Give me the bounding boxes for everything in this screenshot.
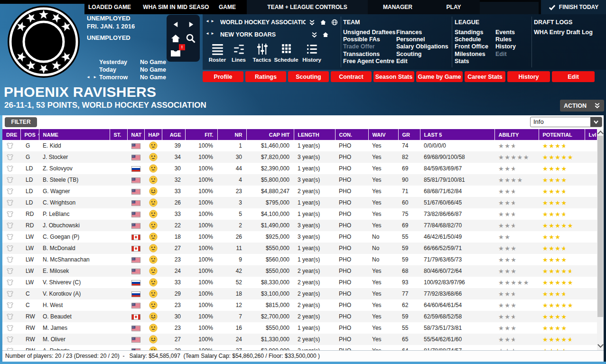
player-tab-history[interactable]: History: [507, 71, 550, 82]
roster-button[interactable]: Roster: [205, 43, 229, 63]
player-row[interactable]: RWM. James23100%16$550,0001 year(s)PHOYe…: [2, 322, 597, 334]
player-tab-season-stats[interactable]: Season Stats: [373, 71, 414, 82]
view-select[interactable]: Info: [530, 117, 602, 127]
player-row[interactable]: LWV. Shiverev (C)33100%52$8,330,0002 yea…: [2, 277, 597, 288]
scrollbar-thumb[interactable]: [597, 136, 603, 317]
column-header-length[interactable]: LENGTH: [294, 129, 335, 140]
search-icon[interactable]: [185, 32, 197, 45]
chevron-double-down-icon[interactable]: [308, 19, 316, 26]
tab-game[interactable]: GAME: [205, 0, 250, 14]
menu-item-edit[interactable]: Edit: [396, 58, 448, 65]
menu-item-events[interactable]: Events: [495, 29, 516, 36]
player-tab-edit[interactable]: Edit: [552, 71, 595, 82]
player-row[interactable]: RWM. Oliver27100%24$1,330,0002 year(s)PH…: [2, 334, 597, 345]
menu-item-transactions[interactable]: Transactions: [343, 51, 396, 58]
column-header-lvl[interactable]: Lvl: [585, 129, 597, 140]
column-header-age[interactable]: AGE: [162, 129, 185, 140]
tab-manager[interactable]: MANAGER: [368, 0, 428, 14]
team-record-subtitle: 26-11-1, 53 POINTS, WORLD HOCKEY ASSOCIA…: [4, 101, 206, 110]
team-selector-name[interactable]: NEW YORK BOARS: [220, 30, 306, 39]
player-row[interactable]: RWA. Roberts28100%27$2,900,0002 year(s)P…: [2, 345, 597, 350]
cell-contract-team: PHO: [335, 151, 368, 163]
menu-item-standings[interactable]: Standings: [455, 29, 495, 36]
action-button[interactable]: ACTION: [560, 100, 604, 112]
player-row[interactable]: LWB. McDonald27100%11$550,0001 year(s)PH…: [2, 243, 597, 254]
player-tab-profile[interactable]: Profile: [203, 71, 243, 82]
menu-item-salary-obligations[interactable]: Salary Obligations: [396, 43, 448, 50]
schedule-prev-next-arrows[interactable]: ◄ ►: [86, 74, 98, 81]
finish-today-button[interactable]: FINISH TODAY: [541, 0, 606, 14]
cell-icon: [127, 288, 144, 299]
player-row[interactable]: LDZ. Solovyov30100%44$2,390,0001 year(s)…: [2, 163, 597, 174]
vertical-scrollbar[interactable]: [597, 129, 604, 350]
player-row[interactable]: LWE. Milosek24100%42$550,0002 year(s)PHO…: [2, 265, 597, 277]
menu-item-wha-entry-draft-log[interactable]: WHA Entry Draft Log: [534, 29, 593, 36]
player-row[interactable]: GJ. Stocker34100%30$7,820,0003 year(s)PH…: [2, 151, 597, 163]
player-row[interactable]: RDJ. Obuchowski22100%2$1,490,0003 year(s…: [2, 220, 597, 231]
column-header-pos[interactable]: POS▲: [20, 129, 39, 140]
menu-item-finances[interactable]: Finances: [396, 29, 448, 36]
menu-item-unsigned-draftees[interactable]: Unsigned Draftees: [343, 29, 396, 36]
column-header-potential[interactable]: POTENTIAL: [539, 129, 585, 140]
column-header-waiv[interactable]: WAIV: [368, 129, 398, 140]
menu-item-personnel[interactable]: Personnel: [396, 36, 448, 43]
home-icon[interactable]: [169, 32, 182, 45]
forward-icon[interactable]: [185, 18, 197, 30]
column-header-ability[interactable]: ABILITY: [494, 129, 539, 140]
globe-icon[interactable]: [331, 19, 338, 26]
schedule-button[interactable]: Schedule: [272, 43, 300, 63]
player-row[interactable]: RWO. Beaudet30100%7$2,700,0002 year(s)PH…: [2, 311, 597, 322]
menu-item-stats[interactable]: Stats: [455, 58, 495, 65]
menu-item-front-office[interactable]: Front Office: [455, 43, 495, 50]
filter-button[interactable]: FILTER: [5, 117, 37, 127]
tab-team-league-controls[interactable]: TEAM + LEAGUE CONTROLS: [247, 0, 368, 14]
column-header-cap-hit[interactable]: CAP HIT: [246, 129, 294, 140]
player-tab-contract[interactable]: Contract: [331, 71, 372, 82]
menu-item-milestones[interactable]: Milestones: [455, 51, 495, 58]
column-header-nat[interactable]: NAT: [127, 129, 144, 140]
column-header-last-5[interactable]: LAST 5: [420, 129, 494, 140]
column-header-st[interactable]: ST.: [110, 129, 127, 140]
inbox-icon[interactable]: !: [169, 47, 182, 59]
home-icon[interactable]: [319, 19, 327, 26]
player-row[interactable]: RDP. LeBlanc33100%5$4,100,0001 year(s)PH…: [2, 208, 597, 220]
column-header-nr[interactable]: NR: [217, 129, 246, 140]
player-row[interactable]: LWN. McShannachan23100%9$560,0001 year(s…: [2, 254, 597, 265]
player-row[interactable]: LDC. Wrightson26100%3$795,0001 year(s)PH…: [2, 197, 597, 208]
column-header-name[interactable]: NAME: [39, 129, 110, 140]
menu-item-possible-fas[interactable]: Possible FAs: [343, 36, 396, 43]
league-prev-next-arrows[interactable]: ◄►: [205, 19, 216, 23]
player-tab-career-stats[interactable]: Career Stats: [465, 71, 505, 82]
column-header-hap[interactable]: HAP: [144, 129, 162, 140]
tab-play[interactable]: PLAY: [428, 0, 480, 14]
column-header-dre[interactable]: DRE: [2, 129, 20, 140]
column-header-gr[interactable]: GR: [398, 129, 420, 140]
player-row[interactable]: CV. Korotkov (A)29100%18$3,100,0002 year…: [2, 288, 597, 299]
player-row[interactable]: LWC. Goegan (P)18100%26$925,0003 year(s)…: [2, 231, 597, 243]
player-tab-scouting[interactable]: Scouting: [288, 71, 329, 82]
player-tab-ratings[interactable]: Ratings: [245, 71, 286, 82]
player-row[interactable]: GE. Kidd39100%1$1,460,0001 year(s)PHOYes…: [2, 140, 597, 151]
history-button[interactable]: History: [300, 43, 324, 63]
flag-us-icon: [131, 212, 140, 217]
menu-item-scouting[interactable]: Scouting: [396, 51, 448, 58]
player-tab-game-by-game[interactable]: Game by Game: [416, 71, 463, 82]
tactics-button[interactable]: Tactics: [251, 43, 273, 63]
league-name[interactable]: WORLD HOCKEY ASSOCIATION: [220, 18, 306, 27]
scroll-down-icon[interactable]: [597, 342, 604, 348]
menu-item-free-agent-centre[interactable]: Free Agent Centre: [343, 58, 396, 65]
player-row[interactable]: LDB. Steele (TB)32100%4$5,800,0003 year(…: [2, 174, 597, 186]
column-header-con[interactable]: CON.: [335, 129, 368, 140]
player-row[interactable]: CH. West23100%12$815,0002 year(s)PHOYes6…: [2, 299, 597, 311]
chevron-double-down-icon[interactable]: [310, 31, 318, 38]
back-icon[interactable]: [169, 18, 182, 30]
home-icon[interactable]: [322, 31, 329, 38]
column-header-fit[interactable]: FIT.: [185, 129, 217, 140]
menu-item-schedule[interactable]: Schedule: [455, 36, 495, 43]
team-prev-next-arrows[interactable]: ◄►: [205, 31, 216, 36]
menu-item-history[interactable]: History: [495, 43, 516, 50]
lines-button[interactable]: Lines: [229, 43, 248, 63]
chevron-down-icon[interactable]: [590, 117, 602, 127]
menu-item-rules[interactable]: Rules: [495, 36, 516, 43]
player-row[interactable]: LDG. Wagner33100%23$4,880,2472 year(s)PH…: [2, 186, 597, 197]
